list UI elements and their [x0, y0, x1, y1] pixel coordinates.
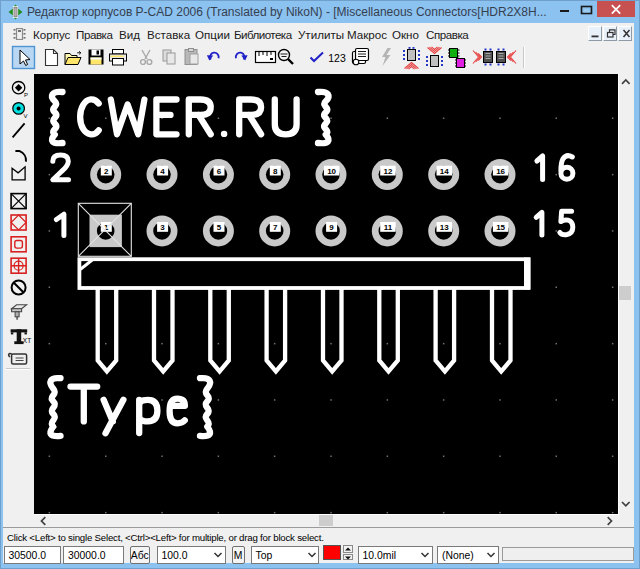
svg-text:123: 123	[328, 52, 346, 64]
svg-text:3: 3	[160, 223, 165, 232]
svg-text:15: 15	[496, 223, 505, 232]
svg-text:4: 4	[160, 167, 165, 176]
svg-text:2: 2	[104, 167, 109, 176]
svg-text:11: 11	[384, 223, 393, 232]
svg-text:8: 8	[273, 167, 278, 176]
svg-text:P: P	[24, 92, 28, 98]
svg-text:7: 7	[273, 223, 278, 232]
svg-text:5: 5	[217, 223, 222, 232]
svg-text:9: 9	[329, 223, 334, 232]
svg-text:13: 13	[440, 223, 449, 232]
svg-text:6: 6	[217, 167, 222, 176]
svg-text:10: 10	[327, 167, 336, 176]
svg-text:12: 12	[383, 167, 392, 176]
svg-text:XT: XT	[23, 337, 31, 344]
svg-text:16: 16	[496, 167, 505, 176]
svg-text:V: V	[24, 113, 28, 119]
svg-text:14: 14	[440, 167, 449, 176]
